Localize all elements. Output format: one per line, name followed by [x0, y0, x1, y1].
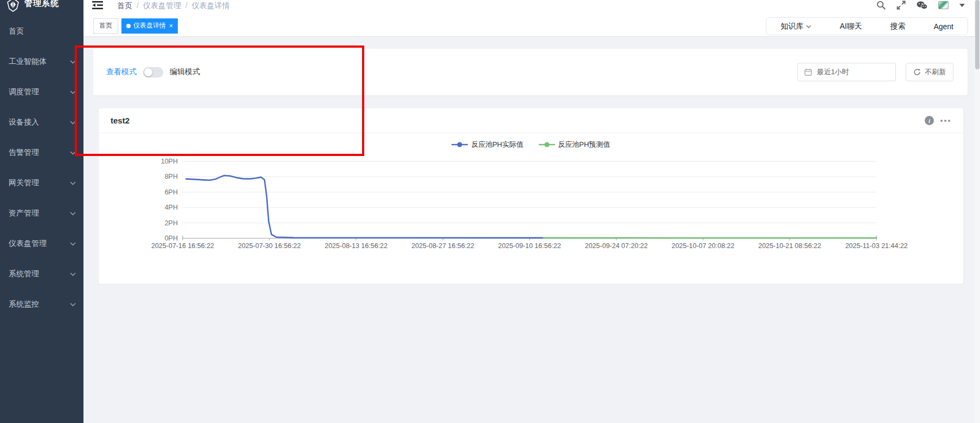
- chevron-down-icon: [70, 90, 76, 94]
- x-axis-label: 2025-09-10 16:56:22: [498, 242, 561, 250]
- sidebar-item-system-mgmt[interactable]: 系统管理: [0, 259, 83, 289]
- sidebar-item-asset[interactable]: 资产管理: [0, 198, 83, 229]
- chart-legend: 反应池PH实际值 反应池PH预测值: [99, 140, 963, 149]
- fullscreen-icon[interactable]: [897, 1, 906, 10]
- x-axis-label: 2025-11-03 21:44:22: [845, 242, 907, 250]
- sidebar-item-dashboard-mgmt[interactable]: 仪表盘管理: [0, 229, 83, 259]
- edit-mode-switch[interactable]: [143, 67, 163, 77]
- quick-nav-label: Agent: [933, 22, 953, 31]
- y-axis-label: 6PH: [165, 188, 178, 196]
- chevron-down-icon: [70, 181, 76, 185]
- breadcrumb-home[interactable]: 首页: [117, 1, 132, 10]
- edit-mode-label: 编辑模式: [170, 67, 200, 77]
- chart-panel: test2 i 反应池PH实际值: [99, 108, 963, 284]
- tab-dashboard-detail[interactable]: 仪表盘详情 ×: [121, 18, 178, 34]
- panel-header: test2 i: [99, 108, 963, 133]
- scrollbar-thumb[interactable]: [975, 0, 979, 69]
- x-axis-label: 2025-08-27 16:56:22: [411, 242, 474, 250]
- sidebar-item-label: 调度管理: [9, 87, 39, 97]
- main-area: 首页 / 仪表盘管理 / 仪表盘详情: [83, 0, 980, 423]
- scrollbar-track: [975, 0, 980, 423]
- chevron-down-icon: [70, 151, 76, 155]
- sidebar: 管理系统 首页 工业智能体 调度管理 设备接入 告警管理 网关管理 资产管理: [0, 0, 83, 423]
- y-axis-label: 8PH: [165, 173, 178, 180]
- caret-down-icon[interactable]: [959, 4, 965, 7]
- x-axis-label: 2025-07-16 16:56:22: [151, 242, 214, 250]
- sidebar-item-label: 系统监控: [9, 300, 39, 309]
- quick-nav-label: 知识库: [781, 22, 803, 31]
- breadcrumb-separator: /: [185, 1, 188, 10]
- x-axis-label: 2025-08-13 16:56:22: [325, 242, 388, 250]
- more-menu-icon[interactable]: [940, 120, 950, 122]
- mode-toolbar-card: 查看模式 编辑模式 最近1小时: [93, 49, 968, 95]
- refresh-label: 不刷新: [925, 67, 946, 77]
- legend-label: 反应池PH预测值: [558, 140, 610, 149]
- x-axis-label: 2025-07-30 16:56:22: [238, 242, 301, 250]
- panel-title: test2: [111, 116, 130, 125]
- y-axis-label: 2PH: [165, 219, 178, 227]
- mode-toggle-group: 查看模式 编辑模式: [106, 67, 200, 77]
- time-range-group: 最近1小时 不刷新: [797, 63, 953, 81]
- sidebar-item-home[interactable]: 首页: [0, 16, 83, 47]
- calendar-icon: [804, 68, 812, 76]
- breadcrumb: 首页 / 仪表盘管理 / 仪表盘详情: [117, 1, 230, 10]
- sidebar-item-label: 首页: [9, 27, 24, 36]
- quick-nav-agent[interactable]: Agent: [933, 22, 953, 31]
- legend-marker-forecast: [539, 142, 555, 147]
- series-line-0: [186, 175, 543, 238]
- chevron-down-icon: [70, 272, 76, 276]
- sidebar-item-label: 网关管理: [9, 178, 39, 188]
- sidebar-item-system-monitor[interactable]: 系统监控: [0, 289, 83, 320]
- time-range-value: 最近1小时: [817, 67, 849, 77]
- header-icon-group: [876, 1, 965, 10]
- legend-item-actual[interactable]: 反应池PH实际值: [452, 140, 523, 149]
- quick-nav-ai-chat[interactable]: AI聊天: [840, 22, 862, 31]
- legend-marker-actual: [452, 142, 468, 147]
- quick-nav-knowledge-base[interactable]: 知识库: [781, 22, 811, 31]
- sidebar-item-industrial-agent[interactable]: 工业智能体: [0, 47, 83, 77]
- chevron-down-icon: [70, 212, 76, 216]
- chevron-down-icon: [70, 60, 76, 64]
- chevron-down-icon: [70, 242, 76, 246]
- chart-plot-area: 0PH2PH4PH6PH8PH10PH2025-07-16 16:56:2220…: [153, 158, 963, 258]
- app-logo[interactable]: 管理系统: [0, 0, 83, 15]
- chevron-down-icon: [806, 25, 811, 28]
- y-axis-label: 10PH: [161, 158, 178, 165]
- sidebar-collapse-icon[interactable]: [92, 1, 103, 10]
- sidebar-item-dispatch[interactable]: 调度管理: [0, 77, 83, 107]
- refresh-button[interactable]: 不刷新: [906, 63, 953, 81]
- top-header: 首页 / 仪表盘管理 / 仪表盘详情: [83, 0, 980, 15]
- sidebar-menu: 首页 工业智能体 调度管理 设备接入 告警管理 网关管理 资产管理 仪表盘管理: [0, 16, 83, 320]
- y-axis-label: 4PH: [165, 204, 178, 211]
- tab-home[interactable]: 首页: [93, 18, 118, 34]
- sidebar-item-label: 设备接入: [9, 118, 39, 127]
- breadcrumb-dashboard-mgmt[interactable]: 仪表盘管理: [143, 1, 181, 10]
- panel-actions: i: [925, 116, 950, 125]
- sidebar-item-device-access[interactable]: 设备接入: [0, 107, 83, 138]
- refresh-icon: [913, 68, 921, 76]
- tabs-bar: 首页 仪表盘详情 × 知识库 AI聊天 搜索 Agent: [83, 15, 980, 37]
- info-icon[interactable]: i: [925, 116, 934, 125]
- time-range-picker[interactable]: 最近1小时: [797, 63, 896, 81]
- quick-nav: 知识库 AI聊天 搜索 Agent: [766, 17, 968, 35]
- active-dot-icon: [126, 24, 131, 28]
- wechat-icon[interactable]: [917, 1, 927, 10]
- sidebar-item-gateway[interactable]: 网关管理: [0, 168, 83, 198]
- sidebar-item-label: 仪表盘管理: [9, 239, 47, 249]
- legend-item-forecast[interactable]: 反应池PH预测值: [539, 140, 610, 149]
- logo-icon: [7, 0, 20, 12]
- app-title: 管理系统: [24, 0, 59, 9]
- search-icon[interactable]: [876, 1, 886, 10]
- quick-nav-search[interactable]: 搜索: [890, 22, 905, 31]
- x-axis-label: 2025-09-24 07:20:22: [585, 242, 648, 250]
- chevron-down-icon: [70, 121, 76, 125]
- sidebar-item-alarm[interactable]: 告警管理: [0, 138, 83, 168]
- sidebar-item-label: 系统管理: [9, 269, 39, 279]
- x-axis-label: 2025-10-07 20:08:22: [672, 242, 734, 250]
- sidebar-item-label: 工业智能体: [9, 57, 47, 67]
- x-axis-label: 2025-10-21 08:56:22: [758, 242, 821, 250]
- quick-nav-label: AI聊天: [840, 22, 862, 31]
- quick-nav-label: 搜索: [890, 22, 905, 31]
- tab-close-icon[interactable]: ×: [169, 22, 173, 30]
- avatar[interactable]: [938, 1, 949, 9]
